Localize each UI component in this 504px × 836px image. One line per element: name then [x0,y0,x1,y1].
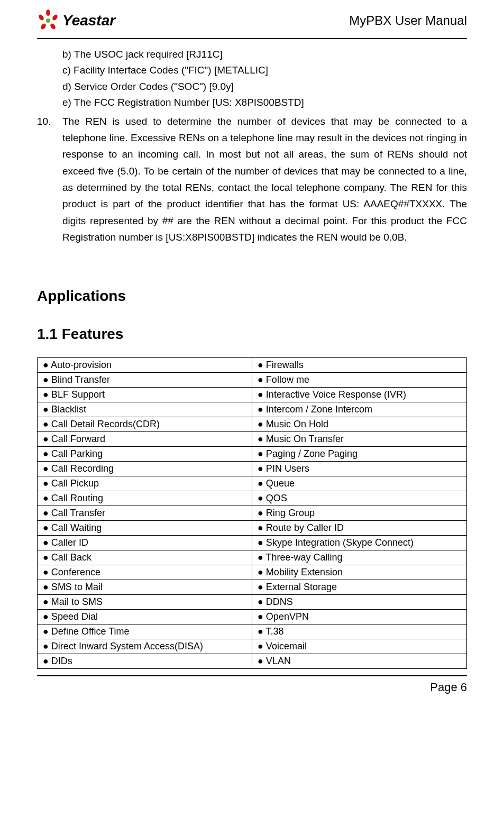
feature-cell: ● Call Pickup [38,476,252,491]
list-item-10: 10. The REN is used to determine the num… [37,113,467,246]
svg-point-4 [49,23,57,30]
feature-cell: ● Call Waiting [38,521,252,536]
table-row: ● Direct Inward System Access(DISA)● Voi… [38,639,467,654]
feature-cell: ● PIN Users [252,462,467,476]
feature-cell: ● Mail to SMS [38,595,252,610]
page-header: Yeastar MyPBX User Manual [0,0,504,38]
feature-cell: ● Caller ID [38,536,252,550]
feature-cell: ● Voicemail [252,639,467,654]
feature-cell: ● Queue [252,476,467,491]
page-content: b) The USOC jack required [RJ11C] c) Fac… [0,39,504,669]
feature-cell: ● Call Parking [38,447,252,462]
feature-cell: ● Speed Dial [38,610,252,624]
feature-cell: ● Paging / Zone Paging [252,447,467,462]
table-row: ● Conference● Mobility Extension [38,565,467,580]
sub-item-b: b) The USOC jack required [RJ11C] [62,47,467,62]
table-row: ● Call Back● Three-way Calling [38,550,467,565]
features-table-body: ● Auto-provision ● Firewalls ● Blind Tra… [38,358,467,669]
feature-cell: ● Music On Transfer [252,432,467,447]
feature-cell: ● SMS to Mail [38,580,252,595]
feature-cell: ● DIDs [38,654,252,669]
heading-applications: Applications [37,288,467,305]
feature-cell: ● Call Routing [38,491,252,506]
table-row: ● Call Forward● Music On Transfer [38,432,467,447]
feature-cell: ● Define Office Time [38,624,252,639]
feature-cell: ● Call Forward [38,432,252,447]
svg-point-3 [40,23,47,30]
table-row: ● Call Recording● PIN Users [38,462,467,476]
feature-cell: ● Call Transfer [38,506,252,521]
feature-cell: ● Route by Caller ID [252,521,467,536]
features-table: ● Auto-provision ● Firewalls ● Blind Tra… [37,357,467,669]
feature-cell: ● Ring Group [252,506,467,521]
document-title: MyPBX User Manual [349,13,467,28]
yeastar-logo-icon [37,10,59,32]
logo-text: Yeastar [62,12,115,29]
table-row: ● Auto-provision ● Firewalls [38,358,467,373]
feature-cell: ● Mobility Extension [252,565,467,580]
feature-cell: ● QOS [252,491,467,506]
table-row: ● Call Transfer● Ring Group [38,506,467,521]
feature-cell: ● Direct Inward System Access(DISA) [38,639,252,654]
feature-cell: ● VLAN [252,654,467,669]
svg-point-1 [38,14,45,21]
svg-point-5 [46,19,50,23]
item-body: The REN is used to determine the number … [62,113,467,246]
table-row: ● Call Waiting● Route by Caller ID [38,521,467,536]
feature-cell: ● External Storage [252,580,467,595]
feature-cell: ● Auto-provision [38,358,252,373]
feature-cell: ● Firewalls [252,358,467,373]
feature-cell: ● T.38 [252,624,467,639]
table-row: ● Call Parking● Paging / Zone Paging [38,447,467,462]
logo: Yeastar [37,10,115,32]
sub-item-c: c) Facility Interface Codes ("FIC") [MET… [62,62,467,78]
table-row: ● Mail to SMS● DDNS [38,595,467,610]
svg-point-0 [46,10,50,16]
feature-cell: ● Blind Transfer [38,373,252,388]
sub-item-d: d) Service Order Codes ("SOC") [9.0y] [62,79,467,95]
table-row: ● SMS to Mail● External Storage [38,580,467,595]
feature-cell: ● Call Recording [38,462,252,476]
table-row: ● Call Detail Records(CDR)● Music On Hol… [38,417,467,432]
feature-cell: ● Follow me [252,373,467,388]
feature-cell: ● Blacklist [38,402,252,417]
table-row: ● Speed Dial● OpenVPN [38,610,467,624]
sub-item-list: b) The USOC jack required [RJ11C] c) Fac… [37,47,467,111]
table-row: ● Call Routing● QOS [38,491,467,506]
feature-cell: ● Skype Integration (Skype Connect) [252,536,467,550]
feature-cell: ● Three-way Calling [252,550,467,565]
heading-features: 1.1 Features [37,326,467,343]
item-number: 10. [37,113,62,246]
table-row: ● DIDs● VLAN [38,654,467,669]
page-number: Page 6 [0,676,504,694]
sub-item-e: e) The FCC Registration Number [US: X8PI… [62,95,467,111]
feature-cell: ● Music On Hold [252,417,467,432]
feature-cell: ● Conference [38,565,252,580]
feature-cell: ● Call Back [38,550,252,565]
table-row: ● BLF Support● Interactive Voice Respons… [38,388,467,402]
table-row: ● Call Pickup● Queue [38,476,467,491]
feature-cell: ● BLF Support [38,388,252,402]
feature-cell: ● Call Detail Records(CDR) [38,417,252,432]
feature-cell: ● DDNS [252,595,467,610]
feature-cell: ● Interactive Voice Response (IVR) [252,388,467,402]
svg-point-2 [51,14,59,21]
feature-cell: ● OpenVPN [252,610,467,624]
table-row: ● Blacklist● Intercom / Zone Intercom [38,402,467,417]
table-row: ● Caller ID● Skype Integration (Skype Co… [38,536,467,550]
table-row: ● Blind Transfer● Follow me [38,373,467,388]
feature-cell: ● Intercom / Zone Intercom [252,402,467,417]
table-row: ● Define Office Time● T.38 [38,624,467,639]
